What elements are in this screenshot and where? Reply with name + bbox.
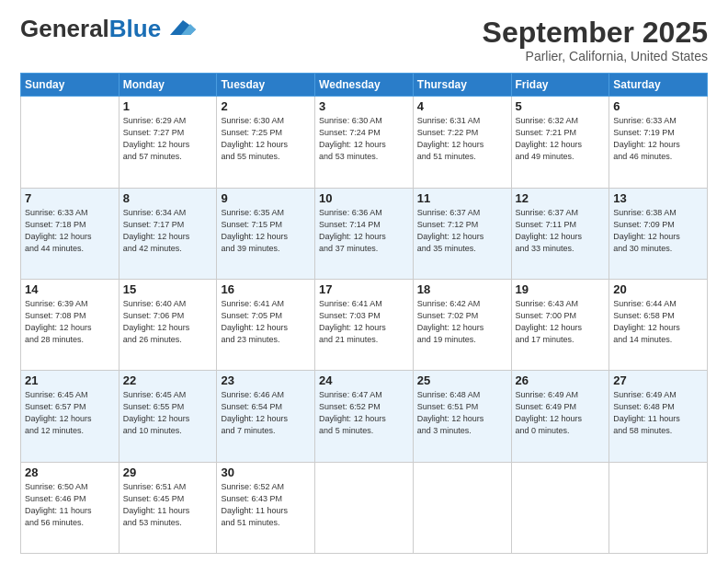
- day-number: 29: [123, 465, 213, 479]
- calendar-cell: 15Sunrise: 6:40 AMSunset: 7:06 PMDayligh…: [119, 279, 217, 370]
- calendar-cell: 11Sunrise: 6:37 AMSunset: 7:12 PMDayligh…: [413, 188, 511, 279]
- calendar-cell: 6Sunrise: 6:33 AMSunset: 7:19 PMDaylight…: [609, 97, 708, 188]
- calendar-cell: 20Sunrise: 6:44 AMSunset: 6:58 PMDayligh…: [609, 279, 708, 370]
- day-info: Sunrise: 6:47 AMSunset: 6:52 PMDaylight:…: [319, 389, 409, 437]
- month-title: September 2025: [483, 17, 708, 49]
- day-info: Sunrise: 6:29 AMSunset: 7:27 PMDaylight:…: [123, 115, 213, 163]
- day-number: 17: [319, 282, 409, 296]
- day-number: 3: [319, 99, 409, 113]
- day-info: Sunrise: 6:49 AMSunset: 6:48 PMDaylight:…: [613, 389, 703, 437]
- day-number: 21: [25, 373, 115, 387]
- calendar-cell: 25Sunrise: 6:48 AMSunset: 6:51 PMDayligh…: [413, 371, 511, 462]
- calendar-cell: [511, 462, 609, 553]
- calendar-cell: 13Sunrise: 6:38 AMSunset: 7:09 PMDayligh…: [609, 188, 708, 279]
- calendar-cell: 21Sunrise: 6:45 AMSunset: 6:57 PMDayligh…: [21, 371, 119, 462]
- day-info: Sunrise: 6:37 AMSunset: 7:12 PMDaylight:…: [417, 207, 507, 255]
- calendar-cell: 7Sunrise: 6:33 AMSunset: 7:18 PMDaylight…: [21, 188, 119, 279]
- day-number: 12: [516, 191, 606, 205]
- col-header-saturday: Saturday: [609, 74, 708, 97]
- day-number: 16: [221, 282, 311, 296]
- day-info: Sunrise: 6:45 AMSunset: 6:57 PMDaylight:…: [25, 389, 115, 437]
- calendar-cell: 28Sunrise: 6:50 AMSunset: 6:46 PMDayligh…: [21, 462, 119, 553]
- day-number: 7: [25, 191, 115, 205]
- day-info: Sunrise: 6:30 AMSunset: 7:24 PMDaylight:…: [319, 115, 409, 163]
- day-info: Sunrise: 6:51 AMSunset: 6:45 PMDaylight:…: [123, 481, 213, 529]
- week-row-3: 21Sunrise: 6:45 AMSunset: 6:57 PMDayligh…: [21, 371, 708, 462]
- logo-icon: [165, 17, 196, 40]
- page: GeneralBlue September 2025 Parlier, Cali…: [0, 0, 728, 563]
- calendar-cell: 17Sunrise: 6:41 AMSunset: 7:03 PMDayligh…: [315, 279, 414, 370]
- day-number: 20: [613, 282, 703, 296]
- day-info: Sunrise: 6:43 AMSunset: 7:00 PMDaylight:…: [516, 298, 606, 346]
- day-info: Sunrise: 6:32 AMSunset: 7:21 PMDaylight:…: [516, 115, 606, 163]
- day-number: 10: [319, 191, 409, 205]
- title-block: September 2025 Parlier, California, Unit…: [483, 17, 708, 63]
- calendar-cell: 12Sunrise: 6:37 AMSunset: 7:11 PMDayligh…: [511, 188, 609, 279]
- day-info: Sunrise: 6:39 AMSunset: 7:08 PMDaylight:…: [25, 298, 115, 346]
- day-info: Sunrise: 6:45 AMSunset: 6:55 PMDaylight:…: [123, 389, 213, 437]
- logo: GeneralBlue: [20, 17, 196, 40]
- calendar-cell: [413, 462, 511, 553]
- day-info: Sunrise: 6:38 AMSunset: 7:09 PMDaylight:…: [613, 207, 703, 255]
- day-number: 14: [25, 282, 115, 296]
- calendar-cell: [609, 462, 708, 553]
- day-info: Sunrise: 6:46 AMSunset: 6:54 PMDaylight:…: [221, 389, 311, 437]
- day-number: 27: [613, 373, 703, 387]
- calendar-cell: 30Sunrise: 6:52 AMSunset: 6:43 PMDayligh…: [217, 462, 315, 553]
- day-number: 19: [516, 282, 606, 296]
- day-info: Sunrise: 6:41 AMSunset: 7:03 PMDaylight:…: [319, 298, 409, 346]
- day-number: 18: [417, 282, 507, 296]
- logo-general: General: [20, 15, 109, 42]
- calendar-cell: 14Sunrise: 6:39 AMSunset: 7:08 PMDayligh…: [21, 279, 119, 370]
- day-info: Sunrise: 6:49 AMSunset: 6:49 PMDaylight:…: [516, 389, 606, 437]
- calendar-cell: 1Sunrise: 6:29 AMSunset: 7:27 PMDaylight…: [119, 97, 217, 188]
- calendar-cell: 3Sunrise: 6:30 AMSunset: 7:24 PMDaylight…: [315, 97, 414, 188]
- col-header-sunday: Sunday: [21, 74, 119, 97]
- day-number: 24: [319, 373, 409, 387]
- week-row-4: 28Sunrise: 6:50 AMSunset: 6:46 PMDayligh…: [21, 462, 708, 553]
- day-info: Sunrise: 6:52 AMSunset: 6:43 PMDaylight:…: [221, 481, 311, 529]
- day-number: 9: [221, 191, 311, 205]
- calendar-cell: [315, 462, 414, 553]
- day-number: 22: [123, 373, 213, 387]
- header-row: SundayMondayTuesdayWednesdayThursdayFrid…: [21, 74, 708, 97]
- day-info: Sunrise: 6:33 AMSunset: 7:18 PMDaylight:…: [25, 207, 115, 255]
- logo-blue: Blue: [109, 15, 161, 42]
- day-number: 30: [221, 465, 311, 479]
- calendar-cell: 18Sunrise: 6:42 AMSunset: 7:02 PMDayligh…: [413, 279, 511, 370]
- week-row-2: 14Sunrise: 6:39 AMSunset: 7:08 PMDayligh…: [21, 279, 708, 370]
- day-info: Sunrise: 6:36 AMSunset: 7:14 PMDaylight:…: [319, 207, 409, 255]
- day-number: 26: [516, 373, 606, 387]
- day-info: Sunrise: 6:30 AMSunset: 7:25 PMDaylight:…: [221, 115, 311, 163]
- day-info: Sunrise: 6:50 AMSunset: 6:46 PMDaylight:…: [25, 481, 115, 529]
- header: GeneralBlue September 2025 Parlier, Cali…: [20, 17, 708, 63]
- calendar-cell: 5Sunrise: 6:32 AMSunset: 7:21 PMDaylight…: [511, 97, 609, 188]
- calendar-cell: 4Sunrise: 6:31 AMSunset: 7:22 PMDaylight…: [413, 97, 511, 188]
- day-number: 5: [516, 99, 606, 113]
- day-info: Sunrise: 6:41 AMSunset: 7:05 PMDaylight:…: [221, 298, 311, 346]
- day-info: Sunrise: 6:44 AMSunset: 6:58 PMDaylight:…: [613, 298, 703, 346]
- col-header-wednesday: Wednesday: [315, 74, 414, 97]
- day-number: 4: [417, 99, 507, 113]
- day-info: Sunrise: 6:42 AMSunset: 7:02 PMDaylight:…: [417, 298, 507, 346]
- calendar-table: SundayMondayTuesdayWednesdayThursdayFrid…: [20, 73, 708, 554]
- day-number: 28: [25, 465, 115, 479]
- calendar-cell: 9Sunrise: 6:35 AMSunset: 7:15 PMDaylight…: [217, 188, 315, 279]
- calendar-cell: 16Sunrise: 6:41 AMSunset: 7:05 PMDayligh…: [217, 279, 315, 370]
- day-number: 11: [417, 191, 507, 205]
- day-info: Sunrise: 6:40 AMSunset: 7:06 PMDaylight:…: [123, 298, 213, 346]
- col-header-tuesday: Tuesday: [217, 74, 315, 97]
- calendar-cell: [21, 97, 119, 188]
- col-header-friday: Friday: [511, 74, 609, 97]
- calendar-cell: 2Sunrise: 6:30 AMSunset: 7:25 PMDaylight…: [217, 97, 315, 188]
- day-info: Sunrise: 6:31 AMSunset: 7:22 PMDaylight:…: [417, 115, 507, 163]
- col-header-thursday: Thursday: [413, 74, 511, 97]
- day-info: Sunrise: 6:37 AMSunset: 7:11 PMDaylight:…: [516, 207, 606, 255]
- day-info: Sunrise: 6:35 AMSunset: 7:15 PMDaylight:…: [221, 207, 311, 255]
- calendar-cell: 29Sunrise: 6:51 AMSunset: 6:45 PMDayligh…: [119, 462, 217, 553]
- day-number: 15: [123, 282, 213, 296]
- week-row-0: 1Sunrise: 6:29 AMSunset: 7:27 PMDaylight…: [21, 97, 708, 188]
- calendar-cell: 19Sunrise: 6:43 AMSunset: 7:00 PMDayligh…: [511, 279, 609, 370]
- day-number: 13: [613, 191, 703, 205]
- calendar-cell: 10Sunrise: 6:36 AMSunset: 7:14 PMDayligh…: [315, 188, 414, 279]
